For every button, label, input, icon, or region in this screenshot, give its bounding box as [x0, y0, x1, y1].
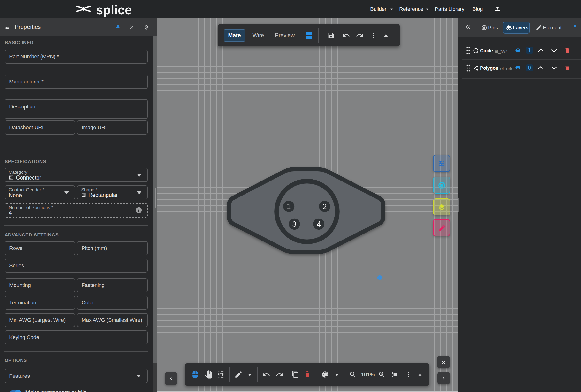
svg-text:1: 1 — [287, 202, 291, 211]
svg-text:4: 4 — [317, 220, 321, 228]
svg-text:3: 3 — [292, 220, 296, 228]
svg-text:2: 2 — [322, 202, 326, 211]
